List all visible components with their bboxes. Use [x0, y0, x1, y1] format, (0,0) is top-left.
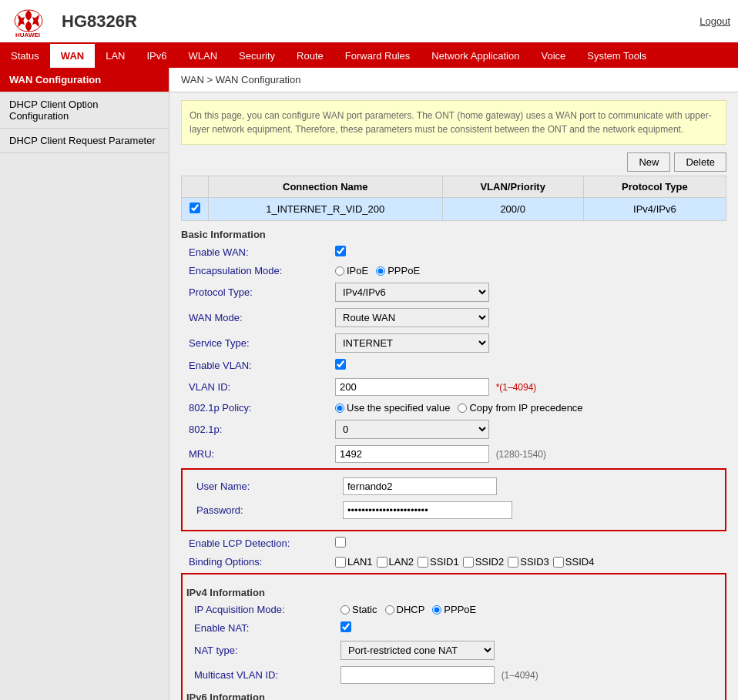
- col-protocol-type: Protocol Type: [583, 176, 726, 198]
- sidebar-item-dhcp-param[interactable]: DHCP Client Request Parameter: [0, 129, 169, 153]
- policy-copy-label[interactable]: Copy from IP precedence: [458, 402, 582, 414]
- enable-lcp-label: Enable LCP Detection:: [181, 538, 335, 549]
- enable-nat-checkbox[interactable]: [340, 621, 351, 632]
- col-checkbox: [182, 176, 209, 198]
- vlan-id-input[interactable]: [335, 378, 489, 396]
- nav-status[interactable]: Status: [0, 44, 50, 68]
- nat-type-select[interactable]: Port-restricted cone NAT: [340, 641, 495, 660]
- enable-lcp-control: [335, 537, 726, 550]
- encap-pppoe-radio[interactable]: [376, 266, 385, 276]
- binding-lan2-cb[interactable]: [377, 557, 387, 568]
- vlan-id-label: VLAN ID:: [181, 381, 335, 393]
- delete-button[interactable]: Delete: [674, 152, 726, 172]
- enable-lcp-row: Enable LCP Detection:: [181, 535, 726, 551]
- binding-ssid4-cb[interactable]: [553, 557, 564, 568]
- header: HUAWEI HG8326R Logout: [0, 0, 738, 44]
- ip-acq-dhcp-radio[interactable]: [385, 605, 394, 615]
- nav-wan[interactable]: WAN: [50, 44, 95, 68]
- row-vlan-priority: 200/0: [442, 198, 583, 221]
- row-connection-name[interactable]: 1_INTERNET_R_VID_200: [209, 198, 443, 221]
- binding-lan1[interactable]: LAN1: [335, 556, 373, 568]
- ip-acq-pppoe-radio[interactable]: [432, 605, 441, 615]
- nav-system-tools[interactable]: System Tools: [576, 44, 657, 68]
- enable-lcp-checkbox[interactable]: [335, 537, 346, 548]
- new-button[interactable]: New: [627, 152, 670, 172]
- binding-ssid2[interactable]: SSID2: [463, 556, 505, 568]
- binding-ssid4[interactable]: SSID4: [553, 556, 595, 568]
- ip-acq-static-radio[interactable]: [340, 605, 350, 615]
- nat-type-label: NAT type:: [186, 645, 340, 656]
- vlan-id-hint: *(1–4094): [496, 382, 537, 393]
- logout-button[interactable]: Logout: [699, 15, 730, 27]
- service-type-select[interactable]: INTERNET: [335, 333, 489, 353]
- sidebar-item-dhcp-option[interactable]: DHCP Client Option Configuration: [0, 92, 169, 129]
- binding-label: Binding Options:: [181, 556, 335, 568]
- wan-mode-label: WAN Mode:: [181, 312, 335, 323]
- multicast-vlan-label: Multicast VLAN ID:: [186, 669, 340, 681]
- mru-control: (1280-1540): [335, 445, 726, 463]
- basic-info-title: Basic Information: [181, 229, 726, 240]
- protocol-type-label: Protocol Type:: [181, 286, 335, 298]
- binding-ssid3[interactable]: SSID3: [508, 556, 549, 568]
- ip-acq-label: IP Acquisition Mode:: [186, 604, 340, 615]
- wan-mode-row: WAN Mode: Route WAN Bridge WAN: [181, 306, 726, 329]
- binding-ssid1[interactable]: SSID1: [418, 556, 459, 568]
- encap-ipoe-label[interactable]: IPoE: [335, 265, 368, 276]
- mru-row: MRU: (1280-1540): [181, 444, 726, 464]
- 802-1p-control: 0 1 2 3 4 5 6 7: [335, 420, 726, 439]
- 802-1p-select[interactable]: 0 1 2 3 4 5 6 7: [335, 420, 489, 439]
- binding-ssid1-cb[interactable]: [418, 557, 428, 568]
- table-row[interactable]: 1_INTERNET_R_VID_200 200/0 IPv4/IPv6: [182, 198, 726, 221]
- encapsulation-control: IPoE PPPoE: [335, 265, 726, 276]
- policy-copy-radio[interactable]: [458, 404, 467, 413]
- nav-lan[interactable]: LAN: [95, 44, 136, 68]
- enable-wan-checkbox[interactable]: [335, 246, 346, 256]
- enable-vlan-checkbox[interactable]: [335, 359, 346, 370]
- wan-mode-select[interactable]: Route WAN Bridge WAN: [335, 308, 489, 327]
- nav-wlan[interactable]: WLAN: [178, 44, 229, 68]
- vlan-id-control: *(1–4094): [335, 378, 726, 396]
- form-area: Basic Information Enable WAN: Encapsulat…: [181, 229, 726, 700]
- multicast-vlan-input[interactable]: [340, 666, 495, 684]
- encap-ipoe-radio[interactable]: [335, 266, 344, 276]
- enable-nat-label: Enable NAT:: [186, 622, 340, 634]
- username-input[interactable]: [343, 477, 497, 495]
- ip-acq-row: IP Acquisition Mode: Static DHCP PPPo: [186, 602, 721, 617]
- service-type-label: Service Type:: [181, 337, 335, 349]
- ip-acq-static-label[interactable]: Static: [340, 604, 377, 615]
- main-content: WAN > WAN Configuration On this page, yo…: [169, 68, 738, 700]
- enable-vlan-label: Enable VLAN:: [181, 360, 335, 371]
- multicast-vlan-row: Multicast VLAN ID: (1–4094): [186, 665, 721, 685]
- ip-acq-dhcp-label[interactable]: DHCP: [385, 604, 425, 615]
- ip-acq-pppoe-label[interactable]: PPPoE: [432, 604, 476, 615]
- nav-network-application[interactable]: Network Application: [421, 44, 530, 68]
- wan-table: Connection Name VLAN/Priority Protocol T…: [181, 176, 726, 221]
- nat-type-row: NAT type: Port-restricted cone NAT: [186, 639, 721, 661]
- nav-ipv6[interactable]: IPv6: [136, 44, 178, 68]
- nav-forward-rules[interactable]: Forward Rules: [334, 44, 421, 68]
- policy-specified-label[interactable]: Use the specified value: [335, 402, 450, 414]
- username-label: User Name:: [189, 481, 343, 492]
- protocol-type-row: Protocol Type: IPv4/IPv6: [181, 281, 726, 303]
- binding-ssid3-cb[interactable]: [508, 557, 518, 568]
- encap-pppoe-label[interactable]: PPPoE: [376, 265, 420, 276]
- multicast-vlan-hint: (1–4094): [502, 670, 538, 681]
- ipv4-title: IPv4 Information: [186, 587, 721, 598]
- nav-voice[interactable]: Voice: [530, 44, 576, 68]
- mru-input[interactable]: [335, 445, 489, 463]
- sidebar-item-wan-configuration[interactable]: WAN Configuration: [0, 68, 169, 92]
- 802-1p-label: 802.1p:: [181, 424, 335, 435]
- app-title: HG8326R: [62, 12, 137, 32]
- row-checkbox-cell[interactable]: [182, 198, 209, 221]
- protocol-type-select[interactable]: IPv4/IPv6: [335, 283, 489, 302]
- row-checkbox[interactable]: [190, 203, 200, 213]
- binding-lan1-cb[interactable]: [335, 557, 346, 568]
- protocol-type-control: IPv4/IPv6: [335, 283, 726, 302]
- password-input[interactable]: [343, 501, 512, 519]
- navbar: Status WAN LAN IPv6 WLAN Security Route …: [0, 44, 738, 68]
- nav-route[interactable]: Route: [286, 44, 334, 68]
- binding-lan2[interactable]: LAN2: [377, 556, 414, 568]
- nav-security[interactable]: Security: [228, 44, 286, 68]
- binding-ssid2-cb[interactable]: [463, 557, 474, 568]
- policy-specified-radio[interactable]: [335, 404, 344, 413]
